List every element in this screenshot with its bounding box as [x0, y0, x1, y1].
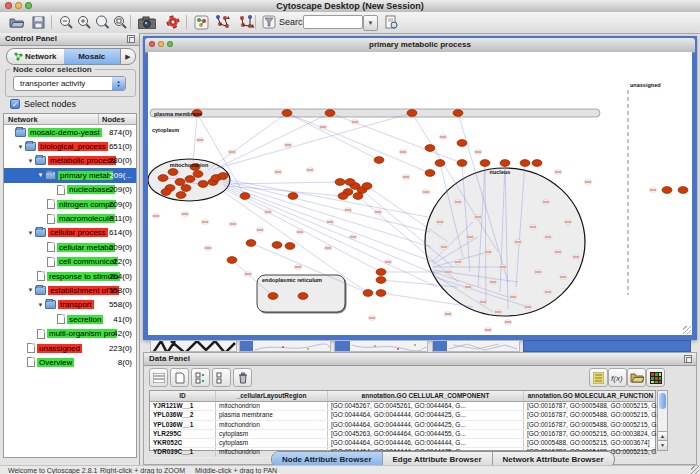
network-edge[interactable] — [287, 113, 379, 160]
network-node[interactable] — [282, 110, 292, 117]
attribute-batch-button[interactable] — [589, 368, 608, 387]
network-node[interactable] — [240, 193, 250, 200]
zoom-window-icon[interactable] — [167, 41, 173, 47]
network-edge[interactable] — [224, 186, 435, 274]
table-cell[interactable]: [GO:0016787, GO:0005215, GO:0003824, G..… — [524, 430, 657, 438]
tree-row[interactable]: ▼primary metab209(... — [4, 168, 136, 182]
network-edge[interactable] — [222, 180, 430, 232]
network-node[interactable] — [246, 240, 256, 247]
network-node[interactable] — [678, 187, 688, 194]
network-node[interactable] — [338, 193, 348, 200]
network-node[interactable] — [500, 160, 510, 167]
table-cell[interactable]: YLR295C — [150, 430, 216, 438]
network-node[interactable] — [227, 257, 237, 264]
col-header-region[interactable]: _cellularLayoutRegion — [216, 391, 328, 401]
heatmap-button[interactable] — [646, 368, 665, 387]
table-cell[interactable]: YPL036W__2 — [150, 411, 216, 419]
network-node[interactable] — [218, 173, 228, 180]
network-node[interactable] — [198, 181, 208, 188]
network-node[interactable] — [662, 187, 672, 194]
tree-row[interactable]: nitrogen compo209(0) — [4, 197, 136, 211]
background-window-fragment[interactable] — [334, 340, 428, 352]
close-icon[interactable] — [149, 41, 155, 47]
network-node[interactable] — [325, 110, 335, 117]
tab-overflow-button[interactable]: ▶ — [120, 49, 135, 64]
network-node[interactable] — [457, 160, 467, 167]
network-node[interactable] — [520, 160, 530, 167]
help-button[interactable] — [163, 13, 183, 31]
network-node[interactable] — [374, 157, 384, 164]
col-header-molecular-function[interactable]: annotation.GO MOLECULAR_FUNCTION — [524, 391, 657, 401]
tree-row[interactable]: ▼establishment of lo558(0) — [4, 283, 136, 297]
select-nodes-checkbox[interactable]: ✓ — [10, 99, 20, 109]
network-node[interactable] — [298, 293, 308, 300]
expander-icon[interactable]: ▼ — [16, 144, 25, 150]
expander-icon[interactable]: ▼ — [26, 158, 35, 164]
table-cell[interactable]: YJR121W__1 — [150, 402, 216, 410]
network-node[interactable] — [185, 176, 195, 183]
minimize-icon[interactable] — [15, 2, 22, 9]
float-panel-icon[interactable] — [684, 355, 692, 363]
network-node[interactable] — [376, 277, 386, 284]
network-node[interactable] — [376, 269, 386, 276]
background-window-fragment[interactable] — [239, 340, 331, 352]
network-node[interactable] — [363, 290, 373, 297]
tree-row[interactable]: nucleobase-209(0) — [4, 183, 136, 197]
tree-row[interactable]: secretion41(0) — [4, 312, 136, 326]
node-color-dropdown[interactable]: transporter activity ▲▼ — [13, 76, 126, 91]
network-node[interactable] — [175, 179, 185, 186]
network-node[interactable] — [268, 293, 278, 300]
table-row[interactable]: YKR052Ccytoplasm[GO:0044464, GO:0044446,… — [150, 439, 655, 448]
tree-row[interactable]: Overview8(0) — [4, 355, 136, 369]
table-cell[interactable]: [GO:0016787, GO:0005488, GO:0005215, G..… — [524, 421, 657, 429]
layout-button-2[interactable] — [236, 13, 256, 31]
network-node[interactable] — [285, 243, 295, 250]
table-row[interactable]: YLR295Ccytoplasm[GO:0045263, GO:0044464,… — [150, 430, 655, 439]
table-cell[interactable]: [GO:0044464, GO:0044444, GO:0044425, G..… — [328, 411, 524, 419]
tree-row[interactable]: macromolecule311(0) — [4, 211, 136, 225]
table-cell[interactable]: [GO:0016787, GO:0005488, GO:0005215, G..… — [524, 402, 657, 410]
network-node[interactable] — [362, 183, 372, 190]
network-node[interactable] — [457, 140, 467, 147]
network-node[interactable] — [480, 160, 490, 167]
tree-row[interactable]: ▼transport558(0) — [4, 298, 136, 312]
network-node[interactable] — [161, 189, 171, 196]
table-cell[interactable]: [GO:0044464, GO:0044444, GO:0044425, G..… — [328, 421, 524, 429]
network-node[interactable] — [435, 160, 445, 167]
zoom-selected-button[interactable] — [110, 13, 130, 31]
background-window-fragment[interactable] — [150, 340, 237, 352]
expander-icon[interactable]: ▼ — [36, 172, 45, 178]
table-cell[interactable]: [GO:0044464, GO:0044446, GO:0044444, G..… — [328, 439, 524, 447]
close-icon[interactable] — [5, 2, 12, 9]
advanced-search-button[interactable] — [381, 13, 401, 31]
snapshot-button[interactable] — [135, 13, 159, 31]
minimize-icon[interactable] — [158, 41, 164, 47]
table-cell[interactable]: [GO:0016787, GO:0005488, GO:0005215, G..… — [524, 411, 657, 419]
col-header-id[interactable]: ID — [150, 391, 216, 401]
layout-button-1[interactable] — [212, 13, 232, 31]
expander-icon[interactable]: ▼ — [26, 287, 35, 293]
network-node[interactable] — [288, 193, 298, 200]
create-attribute-button[interactable] — [170, 368, 189, 387]
zoom-out-button[interactable] — [56, 13, 76, 31]
tree-row[interactable]: ▼cellular process614(0) — [4, 226, 136, 240]
table-cell[interactable]: mitochondrion — [216, 402, 328, 410]
network-node[interactable] — [353, 193, 363, 200]
tab-mosaic[interactable]: Mosaic — [64, 49, 121, 64]
import-attributes-button[interactable] — [627, 368, 646, 387]
tab-network[interactable]: Network — [7, 49, 64, 64]
network-node[interactable] — [425, 170, 435, 177]
zoom-window-icon[interactable] — [25, 2, 32, 9]
network-node[interactable] — [532, 160, 542, 167]
table-cell[interactable]: [GO:0045263, GO:0044464, GO:0044455, G..… — [328, 430, 524, 438]
expander-icon[interactable]: ▼ — [36, 302, 45, 308]
network-node[interactable] — [453, 110, 463, 117]
tree-row[interactable]: ▼biological_process651(0) — [4, 139, 136, 153]
table-cell[interactable]: plasma membrane — [216, 411, 328, 419]
tree-col-network[interactable]: Network — [8, 115, 38, 124]
table-cell[interactable]: [GO:0045267, GO:0045261, GO:0044464, G..… — [328, 402, 524, 410]
search-input[interactable] — [303, 15, 363, 29]
table-row[interactable]: YPL036W__1mitochondrion[GO:0044464, GO:0… — [150, 421, 655, 430]
network-node[interactable] — [176, 192, 186, 199]
background-window-fragment[interactable] — [523, 340, 691, 352]
